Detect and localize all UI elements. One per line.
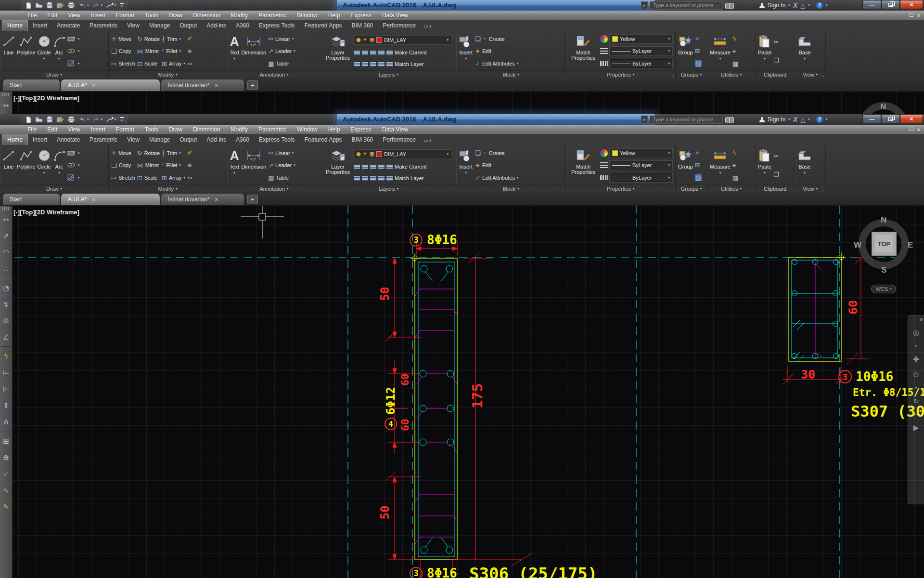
doc-close-icon[interactable]: × [917, 127, 920, 132]
file-tab-istinat[interactable]: İstinat duvarları*✕ [161, 194, 244, 205]
layer-freeze-icon[interactable] [370, 165, 376, 169]
move-button[interactable]: ✛Move [111, 36, 135, 42]
properties-launcher-icon[interactable]: ⌟ [672, 73, 674, 78]
tab-home[interactable]: Home [2, 20, 28, 31]
menu-dimension[interactable]: Dimension [188, 125, 226, 134]
wcs-button[interactable]: WCS▾ [871, 285, 896, 293]
search-input[interactable] [650, 116, 723, 124]
menu-tools[interactable]: Tools [140, 125, 164, 134]
tab-bim360[interactable]: BIM 360 [347, 21, 378, 31]
panel-label-clipboard[interactable]: Clipboard [756, 184, 795, 192]
tab-add-ins[interactable]: Add-ins [202, 135, 231, 145]
table-button[interactable]: ▦Table [268, 61, 295, 67]
menu-modify[interactable]: Modify [226, 125, 253, 134]
new-drawing-tab-button[interactable]: + [247, 80, 258, 90]
save-icon[interactable] [46, 2, 53, 9]
ellipse-flyout[interactable]: ▾ [67, 48, 80, 54]
make-current-icon[interactable] [386, 51, 393, 55]
file-tab-start[interactable]: Start [3, 194, 60, 205]
tab-parametric[interactable]: Parametric [85, 21, 122, 31]
match-layer-button[interactable]: Match Layer [395, 61, 424, 67]
paste-button[interactable]: Paste▾ [757, 32, 772, 70]
hatch-flyout[interactable]: ▾ [67, 60, 80, 66]
panel-label-block[interactable]: Block▾ [456, 184, 565, 192]
point-icon[interactable]: ⌖ [732, 162, 738, 169]
help-icon[interactable]: ? [816, 2, 823, 9]
doc-restore-icon[interactable] [910, 128, 913, 131]
ungroup-icon[interactable]: ✧ [695, 150, 702, 156]
help-caret-icon[interactable]: ▾ [826, 3, 828, 7]
layer-thaw-icon[interactable]: ☀ [363, 37, 368, 42]
redo-button[interactable]: ▾ [92, 117, 103, 123]
menu-window[interactable]: Window [292, 11, 323, 20]
open-file-icon[interactable] [35, 2, 43, 9]
navigation-wheel-icon[interactable]: ◎ [913, 328, 919, 337]
sign-in-button[interactable]: Sign In [768, 2, 785, 9]
insert-button[interactable]: Insert▾ [458, 32, 474, 70]
tab-manage[interactable]: Manage [144, 21, 175, 31]
dim-aligned-icon[interactable]: ⇗ [1, 228, 12, 244]
workspace-icon[interactable]: ▾ [106, 2, 116, 9]
block-edit-button[interactable]: ✦Edit [475, 162, 518, 169]
qat-customize-icon[interactable]: ▾ [120, 117, 124, 122]
qat-customize-icon[interactable]: ▾ [120, 3, 124, 8]
menu-insert[interactable]: Insert [86, 125, 111, 134]
group-edit-icon[interactable]: ⊞ [695, 48, 702, 54]
toolbar-grip[interactable] [2, 207, 10, 210]
search-go-icon[interactable]: ▸ [641, 116, 648, 123]
dimensions-s306[interactable] [385, 242, 532, 578]
rectangle-flyout[interactable]: ▾ [67, 150, 80, 156]
a360-caret-icon[interactable]: ▾ [808, 3, 810, 7]
dim-radius-icon[interactable]: ◔ [1, 280, 12, 296]
tab-output[interactable]: Output [175, 135, 202, 145]
menu-view[interactable]: View [63, 11, 86, 20]
layer-freeze-icon[interactable] [370, 51, 376, 55]
group-edit-icon[interactable]: ⊞ [695, 162, 702, 168]
view-launcher-icon[interactable]: ⌟ [822, 73, 824, 78]
show-motion-icon[interactable]: ▶ [913, 423, 919, 432]
close-button[interactable]: × [900, 114, 923, 123]
cut-icon[interactable]: ✂ [773, 39, 779, 45]
viewport-label[interactable]: [-][Top][2D Wireframe] [13, 209, 79, 216]
save-as-icon[interactable] [56, 2, 64, 9]
mirror-button[interactable]: ⋈Mirror [137, 162, 160, 169]
ribbon-minimize-icon[interactable]: ▭ ▾ [424, 24, 431, 31]
viewcube-partial[interactable]: N [859, 102, 924, 114]
linear-dim-button[interactable]: ↔Linear▾ [268, 36, 295, 42]
layer-lock-icon[interactable] [378, 51, 385, 55]
group-select-icon[interactable]: ▨ [695, 174, 702, 181]
menu-tools[interactable]: Tools [140, 11, 164, 20]
drawing-area-top[interactable]: [-][Top][2D Wireframe] ↔ N [0, 92, 924, 114]
dim-arc-length-icon[interactable]: ◠ [1, 244, 12, 261]
menu-parametric[interactable]: Parametric [253, 125, 292, 134]
hatch-flyout[interactable]: ▾ [67, 174, 80, 181]
tab-featured-apps[interactable]: Featured Apps [300, 135, 347, 145]
trim-button[interactable]: ∤Trim▾ [162, 36, 185, 42]
dim-jogged-linear-icon[interactable]: ∿ [1, 482, 12, 499]
lineweight-select[interactable]: ByLayer▾ [610, 161, 672, 170]
copy-clip-icon[interactable]: ❐ [773, 57, 779, 64]
layer-unlock2-icon[interactable] [378, 176, 385, 181]
layer-isolate-icon[interactable] [362, 51, 368, 55]
layer-unisolate-icon[interactable] [362, 176, 368, 181]
viewcube[interactable]: N W E S TOP [859, 219, 909, 269]
circle-button[interactable]: Circle▾ [37, 146, 52, 184]
move-button[interactable]: ✛Move [111, 150, 135, 156]
sign-in-caret-icon[interactable]: ▾ [788, 118, 790, 121]
dim-ordinate-icon[interactable]: ∴ [1, 261, 12, 277]
tab-a360[interactable]: A360 [231, 21, 254, 31]
tab-annotate[interactable]: Annotate [52, 135, 85, 145]
dim-continue-icon[interactable]: ⊩ [1, 381, 12, 397]
exchange-apps-icon[interactable]: X [793, 116, 797, 123]
dim-break-icon[interactable]: ⋔ [1, 414, 12, 430]
panel-label-utilities[interactable]: Utilities▾ [707, 70, 755, 78]
edit-attributes-button[interactable]: ✓Edit Attributes▾ [475, 175, 518, 181]
dim-linear-icon[interactable]: ↔ [1, 97, 12, 114]
linear-dim-button[interactable]: ↔Linear▾ [268, 150, 295, 156]
close-button[interactable]: × [900, 0, 923, 9]
quick-calc-icon[interactable]: ▦ [732, 175, 738, 181]
redo-button[interactable]: ▾ [92, 2, 103, 9]
lineweight-select[interactable]: ByLayer▾ [610, 47, 672, 55]
paste-button[interactable]: Paste▾ [757, 146, 772, 184]
construction-lines[interactable] [14, 206, 902, 578]
